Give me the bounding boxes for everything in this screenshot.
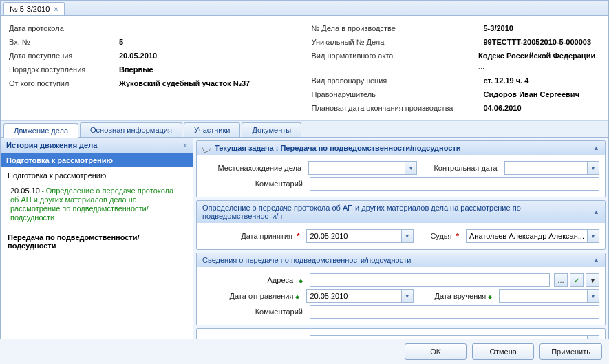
send-date-combo[interactable]: 20.05.2010▼	[306, 289, 413, 303]
recv-date-label: Дата вручения ◆	[422, 292, 495, 300]
addressee-label: Адресат ◆	[202, 276, 306, 284]
header-row: Вид правонарушенияст. 12.19 ч. 4	[312, 74, 601, 87]
header-row: Плановая дата окончания производства04.0…	[312, 101, 601, 115]
header-label: От кого поступил	[9, 78, 119, 89]
header-label: Вх. №	[9, 36, 119, 47]
header-value: 20.05.2010	[119, 50, 157, 61]
location-combo[interactable]: ▼	[308, 161, 417, 175]
header-row: Дата протокола	[9, 21, 298, 35]
header-value: Жуковский судебный участок №37	[119, 78, 250, 89]
decision-date-label: Дата принятия *	[202, 232, 302, 240]
cancel-button[interactable]: Отмена	[472, 343, 534, 360]
header-row: Порядок поступленияВпервые	[9, 63, 298, 76]
tab-0[interactable]: Движение дела	[3, 123, 78, 138]
transfer-comment-input[interactable]	[310, 305, 599, 319]
header-value: Впервые	[119, 64, 153, 75]
task-title: Текущая задача : Передача по подведомств…	[215, 144, 461, 152]
header-value: ст. 12.19 ч. 4	[484, 75, 529, 86]
task-panel-header: Текущая задача : Передача по подведомств…	[197, 141, 605, 155]
control-date-combo[interactable]: ▼	[504, 161, 599, 175]
sidebar-note-date: 20.05.10	[10, 186, 40, 195]
decision-title: Определение о передаче протокола об АП и…	[202, 204, 589, 220]
comment-label: Комментарий	[202, 180, 306, 188]
header-label: Порядок поступления	[9, 64, 119, 75]
control-date-label: Контрольная дата	[425, 164, 500, 172]
collapse-icon[interactable]: «	[183, 142, 187, 149]
header-label: Вид нормативного акта	[312, 50, 479, 72]
chevron-down-icon[interactable]: ▼	[587, 290, 599, 302]
header-label: Дата поступления	[9, 50, 119, 61]
recv-date-combo[interactable]: ▼	[499, 289, 599, 303]
close-icon[interactable]: ×	[54, 5, 58, 13]
header-row: № Дела в производстве5-3/2010	[312, 21, 601, 35]
transfer-comment-label: Комментарий	[202, 308, 306, 316]
transfer-title: Сведения о передаче по подведомственност…	[202, 256, 411, 264]
header-row: Уникальный № Дела99TECTTT-20052010-5-000…	[312, 35, 601, 49]
chevron-down-icon[interactable]: ▼	[587, 230, 599, 242]
header-row: ПравонарушительСидоров Иван Сергеевич	[312, 87, 601, 101]
confirm-button[interactable]: ✔	[570, 273, 584, 287]
header-summary: Дата протоколаВх. №5Дата поступления20.0…	[1, 16, 608, 120]
header-label: № Дела в производстве	[312, 23, 484, 34]
sidebar-note: 20.05.10 - Определение о передаче проток…	[1, 184, 193, 228]
send-date-label: Дата отправления ◆	[202, 292, 302, 300]
tab-2[interactable]: Участники	[184, 122, 241, 137]
header-label: Плановая дата окончания производства	[312, 103, 484, 114]
document-tab-title: № 5-3/2010	[10, 5, 50, 13]
nav-tabs: Движение делаОсновная информацияУчастник…	[1, 120, 608, 138]
header-label: Уникальный № Дела	[312, 36, 484, 47]
sidebar-header: История движения дела «	[1, 138, 193, 153]
sidebar-item-prep[interactable]: Подготовка к рассмотрению	[1, 167, 193, 184]
header-label: Дата протокола	[9, 23, 119, 34]
sidebar-item-selected[interactable]: Подготовка к рассмотрению	[1, 153, 193, 167]
sidebar-item-transfer[interactable]: Передача по подведомственности/подсуднос…	[1, 228, 193, 255]
header-value: Кодекс Российской Федерации ...	[478, 50, 600, 72]
header-value: 99TECTTT-20052010-5-000003	[484, 36, 592, 47]
chevron-down-icon[interactable]: ▼	[587, 162, 599, 174]
footer: OK Отмена Применить	[0, 339, 609, 364]
lookup-button[interactable]: …	[554, 273, 568, 287]
sidebar-title: История движения дела	[6, 141, 97, 149]
tab-1[interactable]: Основная информация	[80, 122, 182, 137]
header-value: 5-3/2010	[484, 23, 513, 34]
decision-panel-header: Определение о передаче протокола об АП и…	[197, 201, 605, 223]
header-value: 5	[119, 36, 123, 47]
transfer-panel-header: Сведения о передаче по подведомственност…	[197, 253, 605, 267]
judge-combo[interactable]: Анатольев Александр Алексан...▼	[466, 229, 599, 243]
dropdown-button[interactable]: ▾	[586, 273, 599, 287]
header-value: 04.06.2010	[484, 103, 522, 114]
chevron-down-icon[interactable]: ▼	[401, 290, 413, 302]
header-label: Вид правонарушения	[312, 75, 484, 86]
header-row: Вх. №5	[9, 35, 298, 49]
header-value: Сидоров Иван Сергеевич	[484, 89, 580, 100]
collapse-toggle-icon[interactable]: ▲	[593, 144, 599, 151]
decision-date-combo[interactable]: 20.05.2010▼	[306, 229, 413, 243]
document-tab-bar: № 5-3/2010 ×	[1, 1, 608, 16]
location-label: Местонахождение дела	[202, 164, 304, 172]
addressee-input[interactable]	[310, 273, 550, 287]
document-tab[interactable]: № 5-3/2010 ×	[3, 2, 65, 15]
chevron-down-icon[interactable]: ▼	[405, 162, 416, 174]
header-row: Дата поступления20.05.2010	[9, 49, 298, 63]
judge-label: Судья *	[422, 232, 462, 240]
collapse-toggle-icon[interactable]: ▲	[593, 208, 599, 215]
sidebar: История движения дела « Подготовка к рас…	[1, 138, 193, 358]
header-row: От кого поступилЖуковский судебный участ…	[9, 76, 298, 90]
collapse-toggle-icon[interactable]: ▲	[593, 257, 599, 264]
main-form: Текущая задача : Передача по подведомств…	[193, 138, 608, 358]
header-row: Вид нормативного актаКодекс Российской Ф…	[312, 49, 601, 74]
header-label: Правонарушитель	[312, 89, 484, 100]
tab-3[interactable]: Документы	[242, 122, 301, 137]
clip-icon	[201, 142, 211, 153]
comment-input[interactable]	[310, 177, 599, 191]
chevron-down-icon[interactable]: ▼	[401, 230, 413, 242]
ok-button[interactable]: OK	[405, 343, 467, 360]
apply-button[interactable]: Применить	[539, 343, 602, 360]
